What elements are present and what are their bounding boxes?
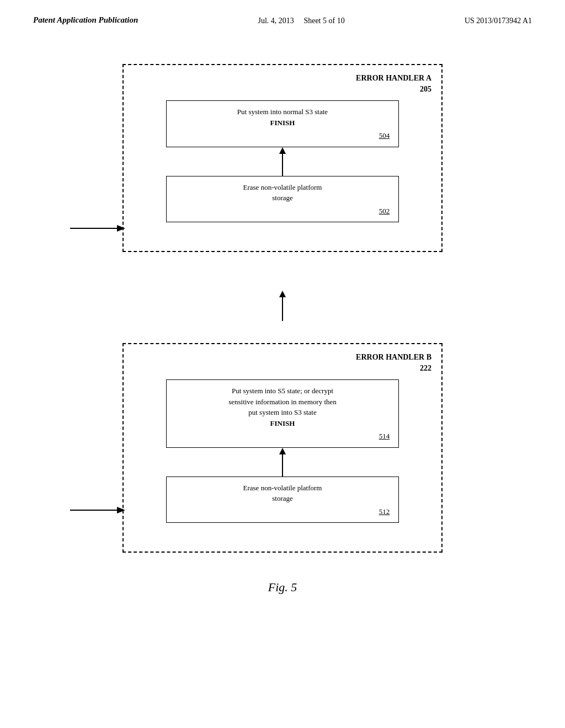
diagram-block-a: ERROR HANDLER A 205 Put system into norm… (122, 64, 443, 280)
header-center: Jul. 4, 2013 Sheet 5 of 10 (258, 15, 345, 25)
page-header: Patent Application Publication Jul. 4, 2… (0, 0, 565, 31)
box-512: Erase non-volatile platformstorage 512 (166, 477, 399, 523)
dashed-box-a: ERROR HANDLER A 205 Put system into norm… (122, 64, 443, 252)
svg-marker-9 (279, 448, 286, 454)
header-right-patent: US 2013/0173942 A1 (465, 15, 532, 25)
inter-diagram-arrow (122, 291, 443, 321)
box-504: Put system into normal S3 stateFINISH 50… (166, 100, 399, 147)
handler-b-number: 222 (356, 363, 431, 374)
entry-arrow-a (70, 220, 125, 237)
header-date: Jul. 4, 2013 (258, 17, 294, 25)
arrow-514-up-svg (277, 448, 288, 477)
arrow-a-up (137, 147, 428, 176)
entry-arrow-b (70, 502, 125, 518)
box-504-text: Put system into normal S3 stateFINISH (175, 106, 390, 128)
arrow-b-up (137, 448, 428, 477)
handler-a-name: ERROR HANDLER A (356, 73, 431, 84)
box-512-text: Erase non-volatile platformstorage (175, 483, 390, 504)
box-502-number: 502 (379, 207, 390, 215)
box-514-text: Put system into S5 state; or decryptsens… (175, 386, 390, 429)
handler-b-name: ERROR HANDLER B (356, 352, 431, 363)
handler-a-number: 205 (356, 84, 431, 95)
figure-caption: Fig. 5 (0, 580, 565, 595)
box-514: Put system into S5 state; or decryptsens… (166, 379, 399, 448)
box-502: Erase non-volatile platformstorage 502 (166, 176, 399, 223)
diagram-block-b: ERROR HANDLER B 222 Put system into S5 s… (122, 343, 443, 553)
header-sheet: Sheet 5 of 10 (303, 17, 344, 25)
box-514-number: 514 (379, 432, 390, 440)
box-512-number: 512 (379, 507, 390, 516)
handler-a-label: ERROR HANDLER A 205 (356, 73, 431, 94)
box-504-number: 504 (379, 131, 390, 140)
inter-diagram-arrow-svg (277, 291, 288, 321)
arrow-a-bottom-up (122, 251, 443, 280)
diagram-area: ERROR HANDLER A 205 Put system into norm… (0, 31, 565, 564)
header-left-label: Patent Application Publication (33, 15, 138, 25)
svg-marker-5 (279, 291, 286, 297)
arrow-504-up-svg (277, 147, 288, 176)
svg-marker-3 (279, 147, 286, 154)
dashed-box-b: ERROR HANDLER B 222 Put system into S5 s… (122, 343, 443, 553)
box-502-text: Erase non-volatile platformstorage (175, 182, 390, 204)
handler-b-label: ERROR HANDLER B 222 (356, 352, 431, 373)
